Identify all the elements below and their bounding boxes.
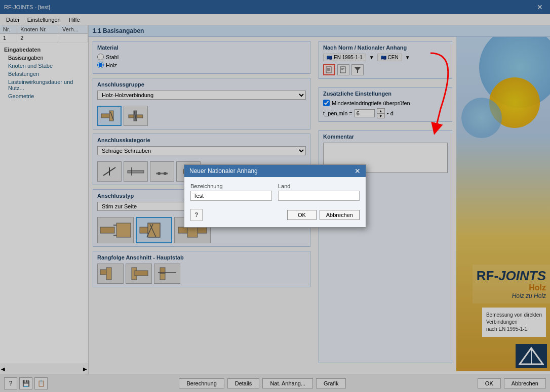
dialog-title-text: Neuer Nationaler Anhang [189, 167, 258, 175]
land-field: Land [278, 183, 360, 201]
bezeichnung-input[interactable] [190, 191, 272, 201]
land-label: Land [278, 183, 360, 189]
bezeichnung-field: Bezeichnung [190, 183, 272, 201]
dialog: Neuer Nationaler Anhang ✕ Bezeichnung La… [184, 164, 366, 228]
dialog-close-btn[interactable]: ✕ [355, 167, 361, 175]
land-input[interactable] [278, 191, 360, 201]
dialog-buttons-row: ? OK Abbrechen [190, 206, 360, 221]
dialog-overlay: Neuer Nationaler Anhang ✕ Bezeichnung La… [0, 0, 550, 392]
dialog-fields-row: Bezeichnung Land [190, 183, 360, 201]
dialog-help-btn[interactable]: ? [190, 209, 203, 221]
bezeichnung-label: Bezeichnung [190, 183, 272, 189]
dialog-title-bar: Neuer Nationaler Anhang ✕ [184, 165, 366, 177]
dialog-cancel-btn[interactable]: Abbrechen [320, 210, 360, 220]
dialog-body: Bezeichnung Land ? OK Abbrechen [184, 177, 366, 227]
dialog-ok-btn[interactable]: OK [287, 210, 317, 220]
